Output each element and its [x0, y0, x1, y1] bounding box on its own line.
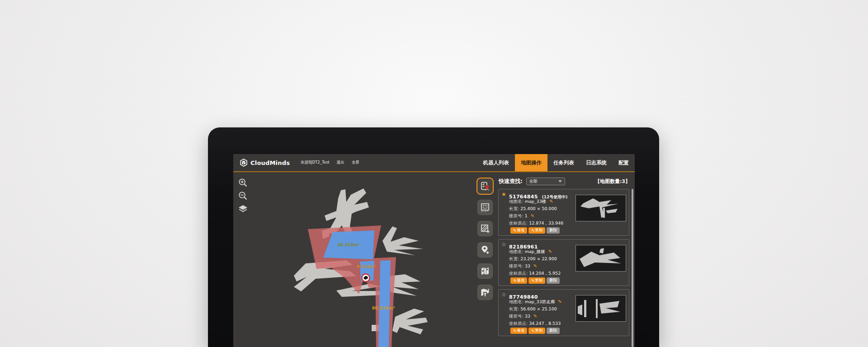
occupancy-map-canvas[interactable] — [233, 173, 475, 347]
field-origin: 坐标原点: 12.874，33.946 — [509, 220, 563, 226]
page-background: CloudMinds 欢迎BJDT2_Test 退出 全屏 机器人列表 地图操作… — [0, 0, 868, 347]
fullscreen-link[interactable]: 全屏 — [352, 160, 359, 165]
delete-button[interactable]: 删除 — [547, 277, 560, 284]
add-poi-icon — [480, 245, 490, 255]
panel-scrollbar[interactable] — [632, 189, 633, 347]
map-count-label: 【地图数量:3】 — [595, 178, 630, 185]
edit-button[interactable]: ✎ 修改 — [510, 328, 527, 334]
welcome-text: 欢迎BJDT2_Test — [301, 160, 329, 165]
field-size: 长宽: 23.200 × 22.900 — [509, 256, 557, 262]
zoom-out-icon[interactable] — [238, 191, 248, 201]
zoom-in-icon[interactable] — [238, 178, 248, 188]
tab-robot-list[interactable]: 机器人列表 — [477, 154, 515, 171]
panel-header: 快速查找: 全部 【地图数量:3】 — [499, 176, 630, 186]
tab-map-operations[interactable]: 地图操作 — [515, 154, 547, 171]
map-viewport[interactable]: 40.519m² 8.614m² 80.215m² — [233, 173, 475, 347]
layers-icon[interactable] — [238, 204, 248, 214]
cloudminds-hexagon-icon — [240, 159, 248, 167]
main-nav: 机器人列表 地图操作 任务列表 日志系统 配置 — [477, 154, 635, 171]
tab-settings[interactable]: 配置 — [613, 154, 635, 171]
edit-button[interactable]: ✎ 修改 — [510, 227, 527, 234]
map-marker-button[interactable] — [477, 263, 493, 279]
laptop-mockup: CloudMinds 欢迎BJDT2_Test 退出 全屏 机器人列表 地图操作… — [208, 127, 659, 347]
field-map-name: 地图名: map_33层走廊 ✎ — [509, 299, 562, 305]
field-floor: 楼层号: 1 ✎ — [509, 213, 534, 219]
star-icon[interactable]: ☆ — [501, 241, 506, 248]
map-card: ☆ 82186961 地图名: map_腿腿 ✎ 长宽: 23.200 × 22… — [498, 239, 629, 286]
brand-logo: CloudMinds — [240, 154, 290, 171]
field-map-name: 地图名: map_腿腿 ✎ — [509, 249, 552, 255]
map-thumbnail — [576, 245, 626, 272]
field-size: 长宽: 56.600 × 25.100 — [509, 306, 557, 312]
area-size-label: 40.519m² — [338, 243, 359, 247]
add-poi-button[interactable] — [477, 242, 493, 258]
tab-task-list[interactable]: 任务列表 — [547, 154, 580, 171]
map-card: ★ 51764845 (12号使用中) 地图名: map_33楼 ✎ 长宽: 2… — [498, 189, 629, 236]
record-list-pin-button[interactable] — [477, 178, 493, 194]
map-card: ☆ 87749840 地图名: map_33层走廊 ✎ 长宽: 56.600 ×… — [498, 289, 629, 336]
map-upload-icon — [480, 287, 490, 297]
chevron-down-icon — [558, 180, 562, 183]
field-map-name: 地图名: map_33楼 ✎ — [509, 199, 553, 205]
edit-pencil-icon[interactable]: ✎ — [533, 263, 537, 268]
map-tools-sidebar — [475, 173, 495, 347]
map-zoom-toolbar — [238, 178, 248, 214]
card-actions: ✎ 修改 ✎ 复制 删除 — [510, 227, 560, 234]
map-list-panel: 快速查找: 全部 【地图数量:3】 ★ 51764845 (12号使用中) — [495, 173, 635, 347]
webcam-dot — [432, 136, 434, 138]
record-list-pin-icon — [480, 181, 490, 191]
card-actions: ✎ 修改 ✎ 复制 删除 — [510, 328, 560, 334]
copy-button[interactable]: ✎ 复制 — [528, 277, 545, 284]
edit-pencil-icon[interactable]: ✎ — [533, 314, 537, 319]
app-screen: CloudMinds 欢迎BJDT2_Test 退出 全屏 机器人列表 地图操作… — [233, 154, 635, 347]
star-icon[interactable]: ☆ — [501, 291, 506, 298]
delete-button[interactable]: 删除 — [547, 227, 560, 234]
edit-pencil-icon[interactable]: ✎ — [531, 213, 534, 218]
edit-pencil-icon[interactable]: ✎ — [548, 249, 552, 254]
star-icon[interactable]: ★ — [501, 191, 506, 197]
copy-button[interactable]: ✎ 复制 — [528, 328, 545, 334]
app-header: CloudMinds 欢迎BJDT2_Test 退出 全屏 机器人列表 地图操作… — [233, 154, 635, 172]
add-region-icon — [480, 224, 490, 234]
field-origin: 坐标原点: 34.247，8.533 — [509, 321, 561, 327]
session-info: 欢迎BJDT2_Test 退出 全屏 — [301, 154, 359, 171]
filter-value: 全部 — [529, 178, 558, 184]
edit-button[interactable]: ✎ 修改 — [510, 277, 527, 284]
add-region-button[interactable] — [477, 221, 493, 236]
field-floor: 楼层号: 33 ✎ — [509, 314, 537, 319]
area-size-label: 80.215m² — [372, 305, 395, 310]
edit-pencil-icon[interactable]: ✎ — [558, 299, 561, 304]
area-size-label: 8.614m² — [357, 264, 376, 269]
map-marker-icon — [480, 266, 490, 276]
field-origin: 坐标原点: 14.204，5.952 — [509, 271, 561, 277]
brand-name: CloudMinds — [250, 159, 290, 166]
delete-button[interactable]: 删除 — [547, 328, 560, 334]
field-floor: 楼层号: 33 ✎ — [509, 263, 537, 269]
filter-dropdown[interactable]: 全部 — [526, 178, 565, 185]
map-thumbnail — [576, 295, 626, 322]
quick-find-label: 快速查找: — [499, 178, 523, 185]
map-upload-button[interactable] — [477, 285, 493, 300]
field-size: 长宽: 25.400 × 50.000 — [509, 206, 557, 212]
robot-position-marker[interactable] — [362, 274, 370, 282]
tab-log-system[interactable]: 日志系统 — [580, 154, 613, 171]
card-actions: ✎ 修改 ✎ 复制 删除 — [510, 277, 560, 284]
copy-button[interactable]: ✎ 复制 — [528, 227, 545, 234]
measure-area-button[interactable] — [477, 200, 493, 215]
edit-pencil-icon[interactable]: ✎ — [549, 199, 553, 204]
map-thumbnail — [576, 195, 626, 221]
measure-area-icon — [480, 202, 490, 212]
logout-link[interactable]: 退出 — [337, 160, 344, 165]
